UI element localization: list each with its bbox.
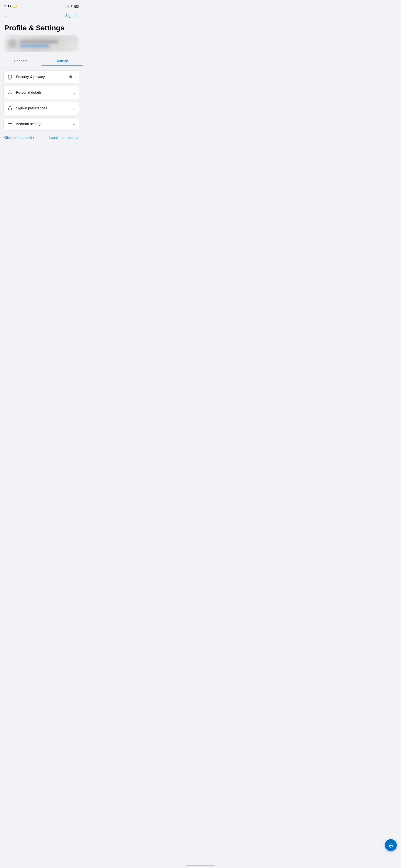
tabs-container: Connect Settings (0, 57, 83, 66)
back-button[interactable]: ‹ (4, 12, 7, 20)
legal-link[interactable]: Legal information › (49, 135, 79, 140)
tab-connect[interactable]: Connect (0, 57, 41, 66)
security-label: Security & privacy (16, 75, 45, 79)
status-bar: 2:17 🌙 54 (0, 0, 83, 10)
profile-email (20, 45, 50, 47)
signin-preferences-item[interactable]: Sign-in preferences ⌄ (3, 102, 79, 115)
signin-label: Sign-in preferences (16, 106, 47, 111)
chevron-down-icon-2: ⌄ (73, 106, 76, 111)
moon-icon: 🌙 (13, 4, 17, 8)
svg-point-0 (9, 91, 11, 92)
profile-card[interactable] (4, 35, 79, 52)
signal-icon (65, 5, 68, 8)
feedback-link[interactable]: Give us feedback › (4, 135, 34, 140)
personal-left: Personal details (7, 90, 41, 96)
personal-details-item[interactable]: Personal details ⌄ (3, 86, 79, 99)
status-icons: 54 (65, 5, 79, 8)
account-label: Account settings (16, 122, 42, 126)
security-privacy-item[interactable]: Security & privacy › (3, 70, 79, 84)
lock-icon (7, 105, 13, 111)
building-icon (7, 121, 13, 127)
battery-icon: 54 (75, 5, 79, 8)
personal-label: Personal details (16, 91, 41, 95)
notification-dot (69, 75, 73, 79)
person-icon (7, 90, 13, 96)
shield-icon (7, 74, 13, 80)
page-title: Profile & Settings (0, 22, 83, 35)
footer-links: Give us feedback › Legal information › (0, 130, 83, 145)
chevron-right-icon: › (75, 75, 76, 79)
chevron-down-icon: ⌄ (73, 90, 76, 95)
nav-bar: ‹ Sign out (0, 10, 83, 22)
profile-name (20, 40, 58, 43)
chevron-down-icon-3: ⌄ (73, 122, 76, 126)
wifi-icon (70, 5, 73, 7)
status-time: 2:17 (4, 4, 11, 8)
feedback-chevron-icon: › (33, 135, 34, 140)
account-settings-item[interactable]: Account settings ⌄ (3, 117, 79, 130)
legal-chevron-icon: › (77, 135, 79, 140)
signin-left: Sign-in preferences (7, 105, 47, 111)
account-left: Account settings (7, 121, 42, 127)
tab-settings[interactable]: Settings (41, 57, 83, 66)
profile-info (20, 40, 75, 47)
settings-list: Security & privacy › Personal details ⌄ (0, 70, 83, 130)
avatar (8, 39, 17, 48)
security-left: Security & privacy (7, 74, 45, 80)
sign-out-button[interactable]: Sign out (65, 14, 79, 18)
